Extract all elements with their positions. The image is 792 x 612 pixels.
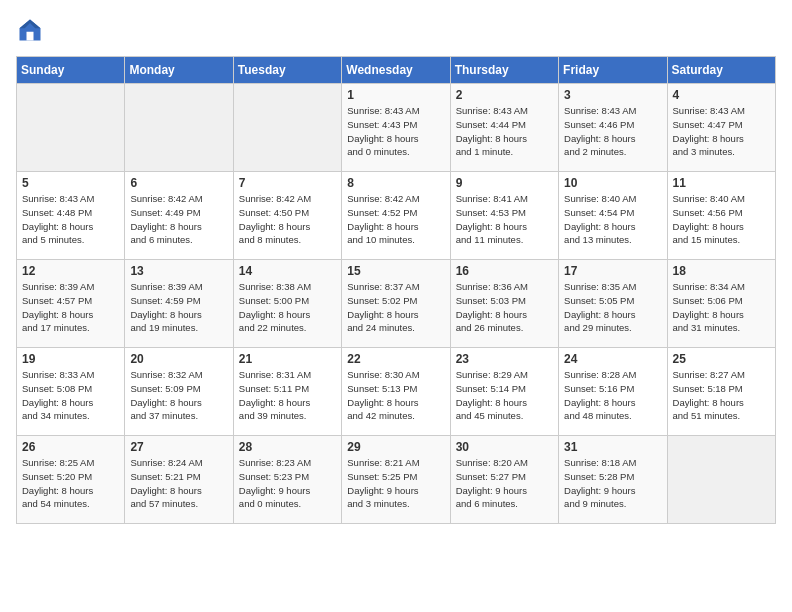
col-header-friday: Friday <box>559 57 667 84</box>
logo <box>16 16 50 44</box>
calendar-cell: 1Sunrise: 8:43 AM Sunset: 4:43 PM Daylig… <box>342 84 450 172</box>
day-info: Sunrise: 8:18 AM Sunset: 5:28 PM Dayligh… <box>564 456 661 511</box>
day-number: 5 <box>22 176 119 190</box>
page-header <box>16 16 776 44</box>
calendar-cell: 2Sunrise: 8:43 AM Sunset: 4:44 PM Daylig… <box>450 84 558 172</box>
calendar-cell: 30Sunrise: 8:20 AM Sunset: 5:27 PM Dayli… <box>450 436 558 524</box>
calendar-cell: 17Sunrise: 8:35 AM Sunset: 5:05 PM Dayli… <box>559 260 667 348</box>
day-number: 12 <box>22 264 119 278</box>
col-header-saturday: Saturday <box>667 57 775 84</box>
day-number: 10 <box>564 176 661 190</box>
calendar-cell: 23Sunrise: 8:29 AM Sunset: 5:14 PM Dayli… <box>450 348 558 436</box>
day-number: 2 <box>456 88 553 102</box>
calendar-cell: 28Sunrise: 8:23 AM Sunset: 5:23 PM Dayli… <box>233 436 341 524</box>
calendar-cell: 4Sunrise: 8:43 AM Sunset: 4:47 PM Daylig… <box>667 84 775 172</box>
calendar-cell <box>17 84 125 172</box>
day-number: 26 <box>22 440 119 454</box>
calendar-table: SundayMondayTuesdayWednesdayThursdayFrid… <box>16 56 776 524</box>
day-info: Sunrise: 8:43 AM Sunset: 4:46 PM Dayligh… <box>564 104 661 159</box>
calendar-cell: 10Sunrise: 8:40 AM Sunset: 4:54 PM Dayli… <box>559 172 667 260</box>
header-row: SundayMondayTuesdayWednesdayThursdayFrid… <box>17 57 776 84</box>
calendar-cell: 9Sunrise: 8:41 AM Sunset: 4:53 PM Daylig… <box>450 172 558 260</box>
day-info: Sunrise: 8:38 AM Sunset: 5:00 PM Dayligh… <box>239 280 336 335</box>
day-info: Sunrise: 8:40 AM Sunset: 4:54 PM Dayligh… <box>564 192 661 247</box>
day-info: Sunrise: 8:42 AM Sunset: 4:49 PM Dayligh… <box>130 192 227 247</box>
col-header-tuesday: Tuesday <box>233 57 341 84</box>
day-number: 3 <box>564 88 661 102</box>
day-number: 30 <box>456 440 553 454</box>
day-number: 28 <box>239 440 336 454</box>
col-header-thursday: Thursday <box>450 57 558 84</box>
calendar-cell: 20Sunrise: 8:32 AM Sunset: 5:09 PM Dayli… <box>125 348 233 436</box>
week-row-2: 5Sunrise: 8:43 AM Sunset: 4:48 PM Daylig… <box>17 172 776 260</box>
day-number: 8 <box>347 176 444 190</box>
day-number: 23 <box>456 352 553 366</box>
day-info: Sunrise: 8:43 AM Sunset: 4:48 PM Dayligh… <box>22 192 119 247</box>
calendar-cell: 5Sunrise: 8:43 AM Sunset: 4:48 PM Daylig… <box>17 172 125 260</box>
week-row-4: 19Sunrise: 8:33 AM Sunset: 5:08 PM Dayli… <box>17 348 776 436</box>
day-number: 31 <box>564 440 661 454</box>
calendar-cell <box>125 84 233 172</box>
day-info: Sunrise: 8:27 AM Sunset: 5:18 PM Dayligh… <box>673 368 770 423</box>
calendar-cell: 29Sunrise: 8:21 AM Sunset: 5:25 PM Dayli… <box>342 436 450 524</box>
day-info: Sunrise: 8:25 AM Sunset: 5:20 PM Dayligh… <box>22 456 119 511</box>
day-info: Sunrise: 8:32 AM Sunset: 5:09 PM Dayligh… <box>130 368 227 423</box>
day-info: Sunrise: 8:31 AM Sunset: 5:11 PM Dayligh… <box>239 368 336 423</box>
day-info: Sunrise: 8:35 AM Sunset: 5:05 PM Dayligh… <box>564 280 661 335</box>
calendar-cell: 25Sunrise: 8:27 AM Sunset: 5:18 PM Dayli… <box>667 348 775 436</box>
calendar-cell: 3Sunrise: 8:43 AM Sunset: 4:46 PM Daylig… <box>559 84 667 172</box>
calendar-cell: 18Sunrise: 8:34 AM Sunset: 5:06 PM Dayli… <box>667 260 775 348</box>
week-row-5: 26Sunrise: 8:25 AM Sunset: 5:20 PM Dayli… <box>17 436 776 524</box>
day-number: 6 <box>130 176 227 190</box>
day-info: Sunrise: 8:34 AM Sunset: 5:06 PM Dayligh… <box>673 280 770 335</box>
day-info: Sunrise: 8:21 AM Sunset: 5:25 PM Dayligh… <box>347 456 444 511</box>
calendar-cell: 8Sunrise: 8:42 AM Sunset: 4:52 PM Daylig… <box>342 172 450 260</box>
day-info: Sunrise: 8:40 AM Sunset: 4:56 PM Dayligh… <box>673 192 770 247</box>
day-number: 21 <box>239 352 336 366</box>
calendar-cell: 16Sunrise: 8:36 AM Sunset: 5:03 PM Dayli… <box>450 260 558 348</box>
col-header-wednesday: Wednesday <box>342 57 450 84</box>
day-number: 7 <box>239 176 336 190</box>
calendar-cell: 15Sunrise: 8:37 AM Sunset: 5:02 PM Dayli… <box>342 260 450 348</box>
col-header-sunday: Sunday <box>17 57 125 84</box>
day-info: Sunrise: 8:28 AM Sunset: 5:16 PM Dayligh… <box>564 368 661 423</box>
calendar-cell: 21Sunrise: 8:31 AM Sunset: 5:11 PM Dayli… <box>233 348 341 436</box>
calendar-cell: 24Sunrise: 8:28 AM Sunset: 5:16 PM Dayli… <box>559 348 667 436</box>
day-info: Sunrise: 8:42 AM Sunset: 4:50 PM Dayligh… <box>239 192 336 247</box>
calendar-cell: 13Sunrise: 8:39 AM Sunset: 4:59 PM Dayli… <box>125 260 233 348</box>
day-number: 16 <box>456 264 553 278</box>
calendar-cell <box>667 436 775 524</box>
day-info: Sunrise: 8:43 AM Sunset: 4:44 PM Dayligh… <box>456 104 553 159</box>
calendar-cell: 7Sunrise: 8:42 AM Sunset: 4:50 PM Daylig… <box>233 172 341 260</box>
day-number: 27 <box>130 440 227 454</box>
day-number: 29 <box>347 440 444 454</box>
col-header-monday: Monday <box>125 57 233 84</box>
day-info: Sunrise: 8:20 AM Sunset: 5:27 PM Dayligh… <box>456 456 553 511</box>
day-number: 9 <box>456 176 553 190</box>
day-number: 14 <box>239 264 336 278</box>
day-number: 19 <box>22 352 119 366</box>
day-number: 4 <box>673 88 770 102</box>
day-info: Sunrise: 8:43 AM Sunset: 4:47 PM Dayligh… <box>673 104 770 159</box>
calendar-cell <box>233 84 341 172</box>
calendar-cell: 26Sunrise: 8:25 AM Sunset: 5:20 PM Dayli… <box>17 436 125 524</box>
calendar-cell: 11Sunrise: 8:40 AM Sunset: 4:56 PM Dayli… <box>667 172 775 260</box>
day-info: Sunrise: 8:42 AM Sunset: 4:52 PM Dayligh… <box>347 192 444 247</box>
day-info: Sunrise: 8:43 AM Sunset: 4:43 PM Dayligh… <box>347 104 444 159</box>
day-info: Sunrise: 8:39 AM Sunset: 4:57 PM Dayligh… <box>22 280 119 335</box>
day-info: Sunrise: 8:30 AM Sunset: 5:13 PM Dayligh… <box>347 368 444 423</box>
day-info: Sunrise: 8:37 AM Sunset: 5:02 PM Dayligh… <box>347 280 444 335</box>
calendar-cell: 12Sunrise: 8:39 AM Sunset: 4:57 PM Dayli… <box>17 260 125 348</box>
day-number: 24 <box>564 352 661 366</box>
calendar-cell: 14Sunrise: 8:38 AM Sunset: 5:00 PM Dayli… <box>233 260 341 348</box>
day-info: Sunrise: 8:36 AM Sunset: 5:03 PM Dayligh… <box>456 280 553 335</box>
calendar-cell: 19Sunrise: 8:33 AM Sunset: 5:08 PM Dayli… <box>17 348 125 436</box>
day-info: Sunrise: 8:24 AM Sunset: 5:21 PM Dayligh… <box>130 456 227 511</box>
day-number: 18 <box>673 264 770 278</box>
calendar-cell: 6Sunrise: 8:42 AM Sunset: 4:49 PM Daylig… <box>125 172 233 260</box>
day-number: 25 <box>673 352 770 366</box>
day-number: 15 <box>347 264 444 278</box>
calendar-cell: 27Sunrise: 8:24 AM Sunset: 5:21 PM Dayli… <box>125 436 233 524</box>
day-info: Sunrise: 8:41 AM Sunset: 4:53 PM Dayligh… <box>456 192 553 247</box>
day-info: Sunrise: 8:29 AM Sunset: 5:14 PM Dayligh… <box>456 368 553 423</box>
